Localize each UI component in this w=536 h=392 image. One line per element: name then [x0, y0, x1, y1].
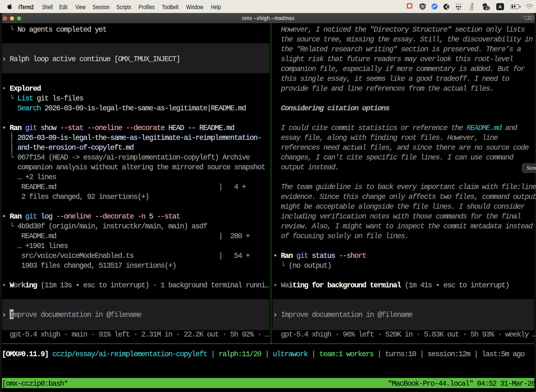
svg-text:1: 1 [532, 16, 534, 20]
svg-text:A: A [498, 4, 502, 9]
svg-text:..61: ..61 [484, 7, 489, 10]
